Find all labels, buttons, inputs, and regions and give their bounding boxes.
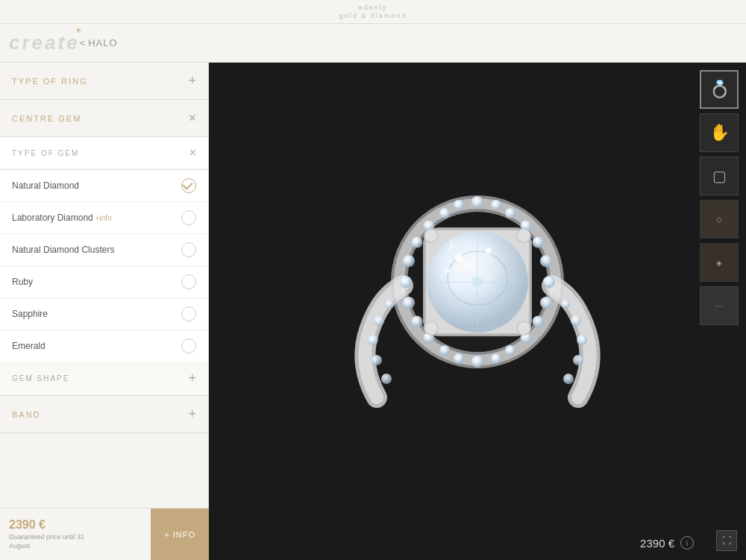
svg-point-27 [543,276,555,288]
thumb-box-view[interactable]: ▢ [700,157,739,195]
sub-section-type-of-gem: TYPE OF GEM × [0,137,208,170]
header: create + < HALO [0,24,746,63]
emerald-label: Emerald [12,341,46,351]
svg-point-28 [403,297,415,309]
svg-point-8 [573,355,583,365]
svg-point-22 [412,236,423,248]
svg-point-29 [540,297,552,309]
type-of-gem-label: TYPE OF GEM [12,149,79,157]
svg-point-17 [491,200,501,210]
brand-name: edenly [339,4,407,12]
svg-point-23 [533,236,544,248]
create-logo: create + [9,31,80,54]
svg-point-24 [403,255,415,267]
option-lab-diamond[interactable]: Laboratory Diamond+info [0,202,208,234]
top-bar: edenly gold & diamond [0,0,746,24]
lab-diamond-info-link[interactable]: +info [95,214,112,222]
ring-svg [298,133,656,491]
svg-point-2 [372,355,382,365]
breadcrumb-separator: < [80,37,86,48]
breadcrumb-halo: HALO [88,37,117,48]
section-centre-gem[interactable]: CENTRE GEM × [0,100,208,137]
brand-tagline: gold & diamond [339,12,407,20]
sapphire-label: Sapphire [12,309,48,319]
gem-shape-icon: + [188,371,196,386]
price-info: 2390 € Guaranteed price until 31August [0,509,151,560]
svg-point-5 [385,300,394,309]
option-natural-clusters[interactable]: Natural Diamond Clusters [0,234,208,266]
bottom-price-text: 2390 € [640,537,674,550]
ruby-radio[interactable] [181,274,196,289]
svg-point-4 [374,315,384,326]
thumb-hand-view[interactable]: ✋ [700,113,739,152]
option-natural-diamond[interactable]: Natural Diamond [0,170,208,202]
natural-clusters-radio[interactable] [181,242,196,257]
type-of-ring-toggle-icon: + [188,73,196,89]
svg-point-30 [412,315,423,327]
emerald-radio[interactable] [181,339,196,353]
ring-display [209,63,746,560]
ring-visual [298,133,656,491]
centre-gem-toggle-icon: × [188,110,196,126]
thumb-ring-view[interactable]: 💍 [700,70,739,109]
ring-view-icon: 💍 [709,80,730,99]
svg-point-25 [540,255,552,267]
svg-point-53 [486,248,492,254]
svg-point-54 [445,268,450,273]
right-panel: 💍 ✋ ▢ ◇ ◈ ··· 2390 € i ⛶ [209,63,746,560]
svg-point-11 [561,300,570,309]
svg-point-7 [563,374,574,384]
lab-diamond-radio[interactable] [181,210,196,225]
info-button[interactable]: + INFO [151,509,209,560]
more-icon: ··· [715,301,724,310]
svg-point-34 [439,345,450,356]
type-of-gem-icon: × [189,146,196,160]
section-band[interactable]: BAND + [0,396,208,433]
brand-logo: edenly gold & diamond [339,4,407,20]
ruby-label: Ruby [12,277,33,287]
natural-diamond-label: Natural Diamond [12,180,79,191]
gem-shape-row[interactable]: GEM SHAPE + [0,362,208,396]
type-of-gem-row[interactable]: TYPE OF GEM × [0,137,208,169]
option-sapphire[interactable]: Sapphire [0,298,208,330]
lab-diamond-label: Laboratory Diamond+info [12,213,112,223]
thumb-detail-1[interactable]: ◇ [700,200,739,239]
price-note: Guaranteed price until 31August [9,533,142,550]
svg-point-35 [505,345,515,356]
sapphire-radio[interactable] [181,306,196,321]
svg-point-19 [505,208,515,218]
svg-point-36 [454,353,464,364]
panel-sections: TYPE OF RING + CENTRE GEM × TYPE OF GEM … [0,63,208,560]
thumb-more[interactable]: ··· [700,286,739,325]
detail-1-icon: ◇ [716,215,722,224]
option-emerald[interactable]: Emerald [0,330,208,362]
thumb-detail-2[interactable]: ◈ [700,243,739,282]
price-bar: 2390 € Guaranteed price until 31August +… [0,508,209,560]
centre-gem-label: CENTRE GEM [12,114,81,123]
svg-point-31 [533,315,544,327]
svg-point-44 [517,321,530,335]
band-label: BAND [12,410,41,419]
svg-point-18 [439,208,450,218]
gem-options-list: Natural Diamond Laboratory Diamond+info … [0,170,208,362]
bottom-price-info-button[interactable]: i [680,536,694,550]
band-toggle-icon: + [188,406,196,422]
hand-view-icon: ✋ [709,123,730,142]
option-ruby[interactable]: Ruby [0,266,208,298]
svg-point-37 [491,353,501,364]
svg-point-3 [368,335,378,345]
bottom-right-price-area: 2390 € i [640,536,694,550]
detail-2-icon: ◈ [716,259,722,267]
svg-point-1 [381,374,392,384]
svg-point-26 [400,276,412,288]
svg-point-42 [517,229,530,242]
natural-diamond-radio[interactable] [181,178,196,193]
fullscreen-button[interactable]: ⛶ [716,530,737,551]
section-type-of-ring[interactable]: TYPE OF RING + [0,63,208,100]
type-of-ring-label: TYPE OF RING [12,77,88,86]
thumbnail-sidebar: 💍 ✋ ▢ ◇ ◈ ··· [700,70,739,325]
svg-point-38 [471,356,483,368]
fullscreen-icon: ⛶ [722,535,731,546]
main-layout: TYPE OF RING + CENTRE GEM × TYPE OF GEM … [0,63,746,560]
box-view-icon: ▢ [712,167,727,185]
